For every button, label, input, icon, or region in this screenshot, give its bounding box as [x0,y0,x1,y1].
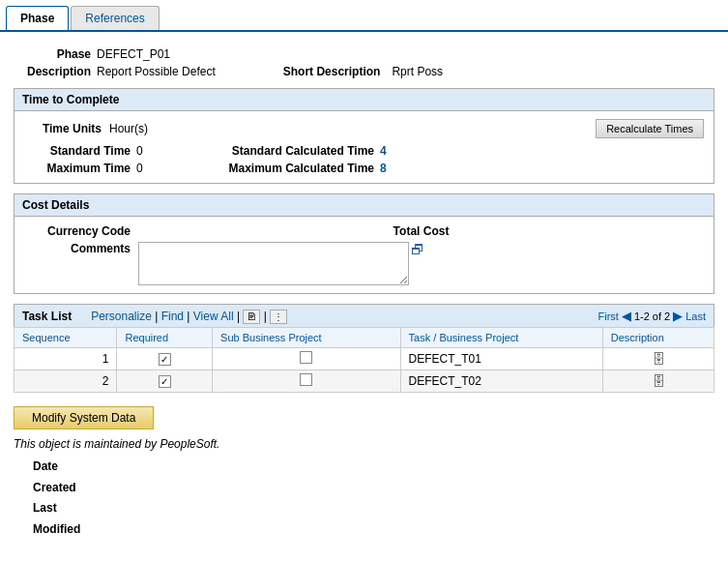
maximum-time-value: 0 [136,162,175,175]
phase-label: Phase [14,47,91,61]
cell-description[interactable]: 🗄 [602,348,713,370]
standard-calc-label: Standard Calculated Time [181,144,374,158]
total-cost-label: Total Cost [364,224,480,238]
standard-time-label: Standard Time [24,144,131,158]
description-value: Report Possible Defect [97,65,216,78]
cell-task: DEFECT_T01 [400,348,602,370]
detail-icon[interactable]: 🗄 [652,373,665,389]
created-label: Created [33,478,714,499]
short-desc-label: Short Description [283,65,381,78]
description-label: Description [14,65,91,78]
cell-required[interactable]: ✓ [117,370,213,393]
tab-references[interactable]: References [71,6,159,30]
task-list-header: Task List Personalize | Find | View All … [14,304,714,327]
col-sub-business[interactable]: Sub Business Project [213,328,401,348]
table-row: 1✓DEFECT_T01🗄 [15,348,714,370]
view-all-link[interactable]: View All [193,310,234,323]
standard-time-value: 0 [136,144,175,158]
cell-task: DEFECT_T02 [400,370,602,393]
personalize-link[interactable]: Personalize [91,310,152,323]
col-sequence[interactable]: Sequence [15,328,117,348]
expand-icon[interactable]: 🗗 [411,242,424,257]
comments-textarea[interactable] [138,242,409,285]
main-content: Phase DEFECT_P01 Description Report Poss… [0,32,728,547]
tab-phase[interactable]: Phase [6,6,69,30]
grid-icon[interactable]: 🖹 [243,310,260,324]
pagination-text: 1-2 of 2 [634,311,670,322]
table-row: 2✓DEFECT_T02🗄 [15,370,714,393]
find-link[interactable]: Find [161,310,184,323]
cell-description[interactable]: 🗄 [602,370,713,393]
phase-value: DEFECT_P01 [97,47,170,61]
date-labels: Date Created Last Modified [14,457,714,540]
required-checkbox[interactable]: ✓ [159,353,171,366]
last-label-date: Last [33,498,714,519]
date-label: Date [33,457,714,478]
col-description[interactable]: Description [602,328,713,348]
task-table: Sequence Required Sub Business Project T… [14,327,714,393]
cell-sub-business[interactable] [213,348,401,370]
prev-btn[interactable]: ◀ [622,309,631,323]
time-section-header: Time to Complete [15,89,713,111]
cost-details-section: Cost Details Currency Code Total Cost Co… [14,193,714,294]
detail-icon[interactable]: 🗄 [652,351,665,367]
time-to-complete-section: Time to Complete Time Units Hour(s) Reca… [14,88,714,184]
time-units-value: Hour(s) [109,122,148,135]
sub-business-checkbox[interactable] [300,351,312,364]
last-label[interactable]: Last [685,311,706,322]
modify-system-data-button[interactable]: Modify System Data [14,406,154,429]
time-units-label: Time Units [24,122,102,135]
cell-sequence: 1 [15,348,117,370]
task-list-container: Task List Personalize | Find | View All … [14,304,714,393]
next-btn[interactable]: ▶ [673,309,683,323]
required-checkbox[interactable]: ✓ [159,375,171,388]
recalculate-button[interactable]: Recalculate Times [596,119,704,138]
col-required[interactable]: Required [117,328,213,348]
cell-sequence: 2 [15,370,117,393]
task-pagination: First ◀ 1-2 of 2 ▶ Last [598,309,707,323]
task-nav-links: Personalize | Find | View All | 🖹 | ⋮ [91,310,287,323]
export-icon[interactable]: ⋮ [270,310,287,324]
cell-sub-business[interactable] [213,370,401,393]
task-list-title: Task List [22,310,72,323]
currency-label: Currency Code [24,224,131,238]
maximum-calc-label: Maximum Calculated Time [181,162,374,175]
maximum-time-label: Maximum Time [24,162,131,175]
cost-section-header: Cost Details [15,194,713,217]
tabs-bar: Phase References [0,0,728,32]
col-task-business[interactable]: Task / Business Project [400,328,602,348]
first-label[interactable]: First [598,311,619,322]
cell-required[interactable]: ✓ [117,348,213,370]
short-desc-value: Rprt Poss [392,65,443,78]
comments-label: Comments [24,242,131,255]
modified-label: Modified [33,519,714,541]
standard-calc-value: 4 [380,144,704,158]
maximum-calc-value: 8 [380,162,704,175]
sub-business-checkbox[interactable] [300,373,312,386]
info-text: This object is maintained by PeopleSoft. [14,437,714,451]
